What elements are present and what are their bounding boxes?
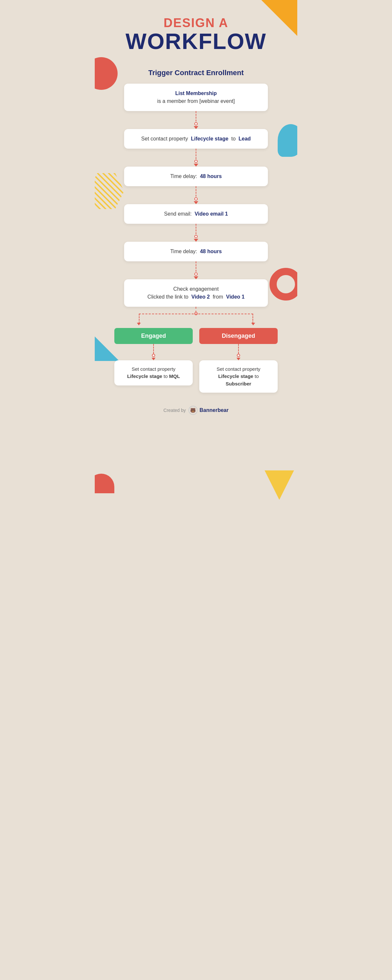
connector-dot	[194, 160, 198, 163]
connector-arrow	[194, 276, 198, 279]
branch-connector-row	[114, 344, 278, 360]
trigger-text: is a member from [webinar event]	[157, 98, 234, 104]
engaged-card-value: MQL	[169, 373, 180, 379]
connector-arrow	[194, 126, 198, 129]
branch-horiz-line	[139, 313, 253, 315]
engaged-col: Engaged	[114, 328, 193, 344]
branch-right-down	[252, 313, 253, 323]
branch-right-arrow	[251, 323, 255, 325]
disengaged-card-col: Set contact property Lifecycle stage to …	[199, 360, 278, 393]
dot	[237, 354, 240, 357]
branch-badge-row: Engaged Disengaged	[114, 328, 278, 344]
bear-icon: 🐻	[188, 406, 198, 415]
step5-line1: Check engagement	[174, 286, 219, 292]
footer-brand: Bannerbear	[199, 407, 229, 413]
section-title: Trigger Contract Enrollment	[95, 68, 297, 77]
connector-line	[196, 111, 196, 121]
step4-prefix: Time delay:	[170, 248, 197, 254]
step2-card: Time delay: 48 hours	[124, 167, 268, 186]
connector-2	[194, 149, 198, 167]
connector-1	[194, 111, 198, 129]
line	[153, 344, 154, 354]
disengaged-connector-col	[199, 344, 278, 360]
footer-created-by: Created by	[163, 408, 186, 413]
header-line1: DESIGN A	[101, 16, 291, 30]
line	[238, 344, 239, 354]
connector-dot	[194, 272, 198, 276]
connector-line	[196, 261, 196, 272]
disengaged-badge: Disengaged	[199, 328, 278, 344]
engaged-result-card: Set contact property Lifecycle stage to …	[114, 360, 193, 385]
connector-arrow	[194, 164, 198, 167]
step1-card: Set contact property Lifecycle stage to …	[124, 129, 268, 149]
engaged-card-bold: Lifecycle stage	[127, 373, 163, 379]
connector-arrow	[194, 239, 198, 242]
branch-card-row: Set contact property Lifecycle stage to …	[114, 360, 278, 393]
step5-bold1: Video 2	[191, 294, 210, 299]
disengaged-card-prefix: Set contact property	[217, 366, 260, 372]
connector-line	[196, 224, 196, 234]
header-line2: WORKFLOW	[101, 30, 291, 52]
step3-card: Send email: Video email 1	[124, 204, 268, 224]
step4-card: Time delay: 48 hours	[124, 242, 268, 261]
connector-5	[194, 261, 198, 279]
engaged-card-prefix: Set contact property	[132, 366, 175, 372]
step1-prefix: Set contact property	[141, 136, 188, 142]
disengaged-col: Disengaged	[199, 328, 278, 344]
footer: Created by 🐻 Bannerbear	[95, 406, 297, 415]
step1-value: Lead	[239, 136, 250, 142]
engaged-connector	[151, 344, 156, 360]
arrow	[236, 358, 241, 360]
connector-arrow	[194, 201, 198, 204]
engaged-card-middle: to	[164, 373, 168, 379]
disengaged-connector	[236, 344, 241, 360]
trigger-card: List Membership is a member from [webina…	[124, 84, 268, 111]
step4-bold: 48 hours	[200, 248, 222, 254]
workflow-flow: List Membership is a member from [webina…	[95, 84, 297, 393]
branch-left-down	[139, 313, 140, 323]
connector-dot	[194, 235, 198, 238]
disengaged-card-value: Subscriber	[226, 381, 251, 387]
step5-prefix: Clicked the link to	[147, 294, 188, 299]
red-arc-bottom	[95, 474, 114, 493]
step3-bold: Video email 1	[195, 211, 228, 216]
connector-line	[196, 186, 196, 197]
connector-line	[196, 149, 196, 159]
engaged-card-col: Set contact property Lifecycle stage to …	[114, 360, 193, 393]
step1-middle: to	[231, 136, 236, 142]
step2-bold: 48 hours	[200, 173, 222, 179]
connector-3	[194, 186, 198, 204]
branch-top	[114, 307, 278, 328]
branch-section: Engaged Disengaged	[114, 307, 278, 393]
step2-prefix: Time delay:	[170, 173, 197, 179]
arrow	[151, 358, 156, 360]
connector-dot	[194, 197, 198, 200]
step5-bold2: Video 1	[226, 294, 245, 299]
trigger-bold: List Membership	[175, 91, 217, 96]
engaged-connector-col	[114, 344, 193, 360]
disengaged-card-bold: Lifecycle stage	[218, 373, 253, 379]
disengaged-card-middle: to	[255, 373, 259, 379]
yellow-triangle-bottom	[265, 470, 294, 500]
step5-card: Check engagement Clicked the link to Vid…	[124, 279, 268, 307]
dot	[152, 354, 155, 357]
step5-middle: from	[213, 294, 223, 299]
header: DESIGN A WORKFLOW	[95, 0, 297, 59]
engaged-badge: Engaged	[114, 328, 193, 344]
page-wrapper: DESIGN A WORKFLOW Trigger Contract Enrol…	[95, 0, 297, 506]
footer-logo: 🐻 Bannerbear	[188, 406, 229, 415]
disengaged-result-card: Set contact property Lifecycle stage to …	[199, 360, 278, 393]
branch-left-arrow	[137, 323, 141, 325]
connector-4	[194, 224, 198, 242]
step3-prefix: Send email:	[164, 211, 192, 216]
step1-bold: Lifecycle stage	[191, 136, 228, 142]
connector-dot	[194, 122, 198, 126]
